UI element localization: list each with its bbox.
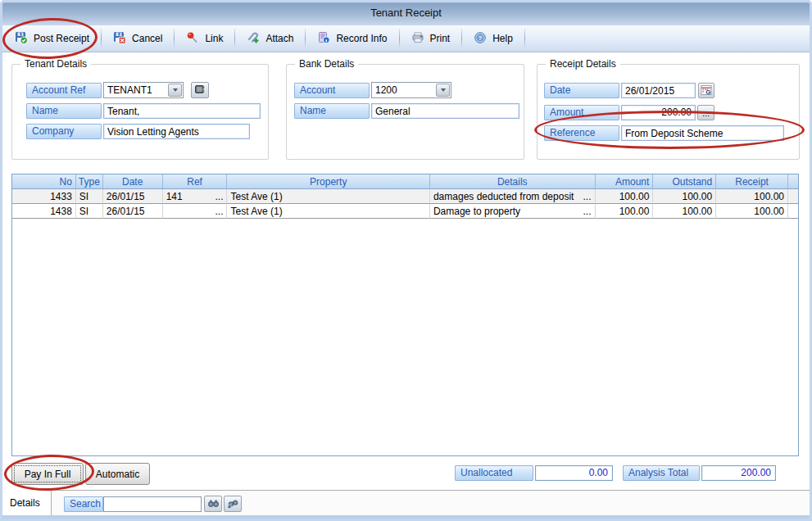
bank-account-value: 1200 [372,84,436,96]
table-row[interactable]: 1433 SI 26/01/15 141... Test Ave (1) dam… [12,189,798,204]
col-header-receipt[interactable]: Receipt [716,174,788,189]
window-title: Tenant Receipt [370,7,442,19]
cell-outstand: 100.00 [653,204,716,219]
cell-property: Test Ave (1) [227,189,429,204]
print-label: Print [430,33,451,44]
col-header-outstand[interactable]: Outstand [653,174,716,189]
post-receipt-label: Post Receipt [34,33,89,44]
link-label: Link [205,33,223,44]
window-titlebar: Tenant Receipt [2,0,810,25]
cell-filler [788,204,798,219]
company-chip: Company [26,124,102,139]
table-row[interactable]: 1438 SI 26/01/15 ... Test Ave (1) Damage… [12,204,798,219]
amount-ellipsis-button[interactable]: ... [697,105,714,120]
toolbar-separator [461,29,462,48]
col-header-amount[interactable]: Amount [596,174,654,189]
tenant-details-group: Tenant Details Account Ref TENANT1 Name … [11,64,269,160]
toolbar-separator [174,29,175,48]
cell-amount: 100.00 [596,189,654,204]
cell-outstand: 100.00 [653,189,716,204]
record-info-button[interactable]: Record Info [307,27,397,51]
pushpin-icon [186,31,199,47]
cell-property: Test Ave (1) [227,204,429,219]
reference-input[interactable] [621,125,784,141]
search-button[interactable] [204,496,222,512]
bank-details-group: Bank Details Account 1200 Name [286,64,524,160]
toolbar-separator [399,29,400,48]
date-input[interactable] [621,83,696,98]
tab-details[interactable]: Details [2,490,52,515]
cell-no: 1433 [12,189,76,204]
tab-details-label: Details [10,497,40,509]
bank-name-chip: Name [294,103,370,119]
toolbar: Post Receipt Cancel Link Attach [2,25,810,52]
cell-details: damages deducted from deposit... [430,189,596,204]
cell-ref: ... [163,204,228,219]
cancel-button[interactable]: Cancel [103,27,172,51]
cell-date: 26/01/15 [103,204,163,219]
search-next-button[interactable] [224,496,242,512]
link-button[interactable]: Link [176,27,233,51]
tenant-name-input[interactable] [103,103,261,119]
help-button[interactable]: ? Help [464,27,523,51]
invoice-grid: No Type Date Ref Property Details Amount… [11,174,799,456]
cell-date: 26/01/15 [103,189,163,204]
help-icon: ? [474,31,487,47]
tenant-lookup-button[interactable] [191,82,209,98]
receipt-details-group: Receipt Details Date G Amount 200.00 ...… [537,64,800,160]
reference-chip: Reference [544,125,619,141]
record-info-label: Record Info [336,33,387,44]
automatic-button[interactable]: Automatic [85,463,150,485]
toolbar-separator [305,29,306,48]
svg-text:G: G [705,88,710,95]
cell-ref: 141... [163,189,228,204]
bank-details-caption: Bank Details [295,58,358,70]
printer-icon [411,31,424,47]
cell-details: Damage to property... [430,204,596,219]
account-ref-combobox[interactable]: TENANT1 [103,82,184,98]
bank-account-combobox[interactable]: 1200 [371,82,451,98]
unallocated-chip: Unallocated [455,465,533,481]
calendar-icon: G [701,84,712,97]
record-info-icon [317,31,330,47]
receipt-details-caption: Receipt Details [546,58,620,70]
help-label: Help [492,33,513,44]
amount-value: 200.00 [661,106,692,118]
col-header-details[interactable]: Details [430,174,596,189]
bank-account-chip: Account [294,83,370,98]
search-input[interactable] [103,496,202,512]
bottom-strip [2,515,810,521]
account-ref-chip: Account Ref [26,83,102,98]
pay-in-full-label: Pay In Full [25,469,71,480]
col-header-property[interactable]: Property [227,174,429,189]
account-ref-value: TENANT1 [104,84,168,96]
col-header-type[interactable]: Type [76,174,103,189]
date-picker-button[interactable]: G [698,83,714,98]
amount-chip: Amount [544,105,619,120]
post-receipt-button[interactable]: Post Receipt [5,27,99,51]
search-chip: Search [64,496,103,512]
company-input[interactable] [103,124,250,139]
col-header-filler [788,174,798,189]
col-header-no[interactable]: No [12,174,76,189]
bank-name-input[interactable] [371,103,519,119]
attach-button[interactable]: Attach [237,27,303,51]
toolbar-separator [234,29,235,48]
toolbar-separator [101,29,102,48]
cancel-label: Cancel [132,33,162,44]
pay-in-full-button[interactable]: Pay In Full [11,463,84,485]
grid-header-row: No Type Date Ref Property Details Amount… [12,174,798,189]
unallocated-value: 0.00 [535,465,613,481]
cell-receipt: 100.00 [716,189,788,204]
binoculars-plus-icon [227,498,239,510]
tenant-name-chip: Name [26,103,102,119]
amount-field[interactable]: 200.00 [621,105,696,120]
save-cancel-icon [113,31,126,47]
toolbar-separator [524,29,525,48]
col-header-ref[interactable]: Ref [163,174,228,189]
account-ref-dropdown-icon[interactable] [168,84,182,97]
bank-account-dropdown-icon[interactable] [436,84,450,97]
analysis-total-chip: Analysis Total [623,465,700,481]
print-button[interactable]: Print [401,27,460,51]
col-header-date[interactable]: Date [103,174,163,189]
